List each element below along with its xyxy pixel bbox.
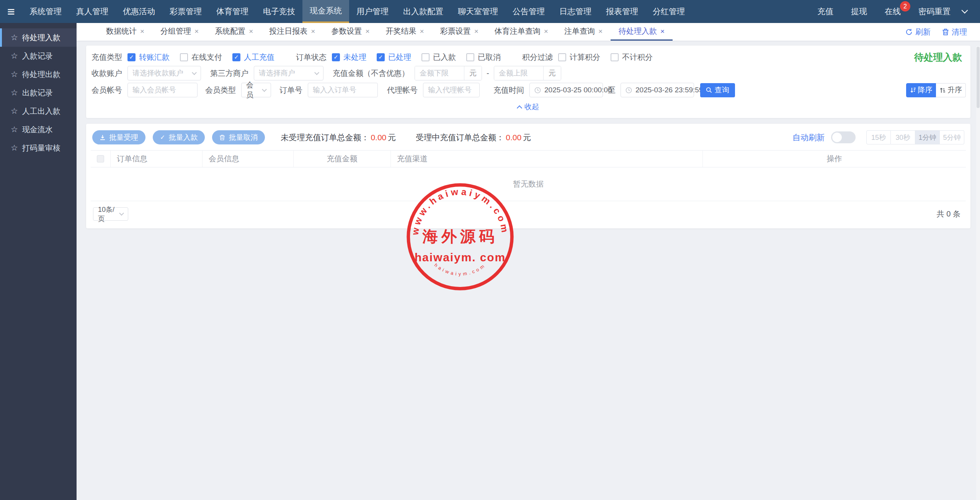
close-icon[interactable]: × [249, 27, 253, 36]
tab-sports-order-query[interactable]: 体育注单查询× [487, 23, 556, 41]
user-dropdown-toggle[interactable] [959, 0, 970, 23]
close-icon[interactable]: × [420, 27, 424, 36]
sidebar-item-cash-flow[interactable]: ☆ 现金流水 [0, 120, 77, 139]
filter-panel: 充值类型 ✓ 转账汇款 在线支付 ✓ 人工充值 订单状态 ✓ 未处理 ✓ 已处理 [86, 46, 970, 118]
close-icon[interactable]: × [365, 27, 369, 36]
third-party-select[interactable]: 请选择商户 [254, 66, 323, 80]
close-icon[interactable]: × [598, 27, 603, 36]
batch-deposit-button[interactable]: ✓ 批量入款 [153, 130, 205, 144]
sidebar-item-deposit-records[interactable]: ☆ 入款记录 [0, 47, 77, 65]
clear-tabs-button[interactable]: 清理 [942, 27, 967, 37]
nav-item-system-management[interactable]: 系统管理 [22, 0, 69, 23]
member-type-select[interactable]: 会员 [241, 83, 271, 97]
sort-asc-button[interactable]: 升序 [936, 83, 966, 97]
sidebar-item-label: 现金流水 [22, 125, 53, 135]
collapse-filters-link[interactable]: 收起 [518, 102, 539, 112]
tab-lottery-settings[interactable]: 彩票设置× [432, 23, 487, 41]
sidebar-item-pending-deposits[interactable]: ☆ 待处理入款 [0, 28, 77, 47]
trash-icon [942, 28, 949, 36]
checkbox-count-points[interactable]: 计算积分 [558, 52, 600, 62]
tab-parameter-settings[interactable]: 参数设置× [323, 23, 377, 41]
chevron-down-icon [962, 7, 968, 14]
checkbox-label: 已取消 [478, 52, 501, 62]
sidebar-item-withdrawal-records[interactable]: ☆ 出款记录 [0, 84, 77, 102]
member-account-input[interactable] [127, 83, 198, 97]
scrollbar-thumb[interactable] [977, 47, 980, 108]
close-icon[interactable]: × [474, 27, 479, 36]
end-time-picker[interactable]: 2025-03-26 23:59:59 [621, 83, 694, 97]
close-icon[interactable]: × [194, 27, 199, 36]
close-icon[interactable]: × [140, 27, 144, 36]
download-icon [100, 134, 106, 141]
payee-account-select[interactable]: 请选择收款账户 [127, 66, 201, 80]
checkbox-deposited[interactable]: 已入款 [421, 52, 456, 62]
unaccepted-total-label: 未受理充值订单总金额： [281, 133, 369, 142]
nav-item-inout-config[interactable]: 出入款配置 [396, 0, 451, 23]
amount-label: 充值金额（不含优惠） [333, 68, 409, 79]
tab-system-config[interactable]: 系统配置× [207, 23, 261, 41]
order-no-input[interactable] [308, 83, 378, 97]
nav-online-button[interactable]: 在线 2 [876, 0, 910, 23]
nav-item-user-management[interactable]: 用户管理 [349, 0, 396, 23]
interval-1min-button[interactable]: 1分钟 [915, 130, 940, 144]
checkbox-transfer-remittance[interactable]: ✓ 转账汇款 [127, 52, 170, 62]
nav-recharge-button[interactable]: 充值 [808, 0, 842, 23]
amount-min-input[interactable] [415, 66, 464, 80]
checkbox-manual-recharge[interactable]: ✓ 人工充值 [232, 52, 274, 62]
sidebar-item-pending-withdrawals[interactable]: ☆ 待处理出款 [0, 65, 77, 84]
nav-withdraw-button[interactable]: 提现 [842, 0, 876, 23]
checkbox-cancelled[interactable]: 已取消 [466, 52, 501, 62]
close-icon[interactable]: × [311, 27, 315, 36]
tab-bet-daily-report[interactable]: 投注日报表× [261, 23, 323, 41]
tab-pending-deposits[interactable]: 待处理入款× [611, 23, 673, 41]
nav-item-promotions[interactable]: 优惠活动 [116, 0, 162, 23]
nav-item-announcement-management[interactable]: 公告管理 [505, 0, 552, 23]
checkbox-online-payment[interactable]: 在线支付 [180, 52, 222, 62]
nav-item-chatroom-management[interactable]: 聊天室管理 [451, 0, 505, 23]
tab-data-statistics[interactable]: 数据统计× [98, 23, 152, 41]
batch-cancel-button[interactable]: 批量取消 [212, 130, 265, 144]
checkbox-icon [611, 53, 619, 61]
nav-item-live-management[interactable]: 真人管理 [69, 0, 116, 23]
amount-max-input[interactable] [494, 66, 543, 80]
select-placeholder: 请选择商户 [259, 68, 311, 78]
chevron-down-icon [314, 70, 319, 75]
hamburger-menu-icon[interactable]: ≡ [0, 0, 22, 23]
batch-accept-button[interactable]: 批量受理 [92, 130, 145, 144]
interval-15s-button[interactable]: 15秒 [866, 130, 891, 144]
member-account-label: 会员帐号 [91, 85, 122, 95]
check-icon: ✓ [333, 54, 338, 61]
recharge-time-label: 充值时间 [493, 85, 524, 95]
interval-5min-button[interactable]: 5分钟 [940, 130, 964, 144]
nav-item-sports-management[interactable]: 体育管理 [209, 0, 256, 23]
close-icon[interactable]: × [660, 27, 665, 36]
close-icon[interactable]: × [544, 27, 548, 36]
nav-item-lottery-management[interactable]: 彩票管理 [162, 0, 209, 23]
auto-refresh-toggle[interactable] [831, 131, 856, 143]
refresh-button[interactable]: 刷新 [905, 27, 931, 37]
sidebar-item-wager-audit[interactable]: ☆ 打码量审核 [0, 139, 77, 157]
sort-desc-button[interactable]: 降序 [906, 83, 936, 97]
nav-item-dividend-management[interactable]: 分红管理 [645, 0, 692, 23]
start-time-picker[interactable]: 2025-03-25 00:00:00 [529, 83, 603, 97]
sidebar-item-manual-inout[interactable]: ☆ 人工出入款 [0, 102, 77, 120]
agent-account-input[interactable] [423, 83, 480, 97]
nav-item-report-management[interactable]: 报表管理 [599, 0, 645, 23]
nav-password-reset-button[interactable]: 密码重置 [910, 0, 959, 23]
page-size-select[interactable]: 10条/页 [93, 207, 128, 221]
checkbox-unprocessed[interactable]: ✓ 未处理 [332, 52, 366, 62]
vertical-scrollbar[interactable] [976, 46, 980, 500]
search-button[interactable]: 查询 [700, 83, 735, 97]
tab-group-management[interactable]: 分组管理× [152, 23, 207, 41]
nav-item-log-management[interactable]: 日志管理 [552, 0, 599, 23]
select-all-checkbox[interactable] [97, 155, 104, 162]
interval-30s-button[interactable]: 30秒 [891, 130, 915, 144]
tab-order-query[interactable]: 注单查询× [556, 23, 611, 41]
tab-draw-results[interactable]: 开奖结果× [378, 23, 432, 41]
col-recharge-amount: 充值金额 [294, 151, 391, 167]
checkbox-processed[interactable]: ✓ 已处理 [377, 52, 411, 62]
nav-item-esports[interactable]: 电子竞技 [256, 0, 302, 23]
nav-item-cash-system[interactable]: 现金系统 [302, 0, 349, 23]
navbar-right: 充值 提现 在线 2 密码重置 [808, 0, 980, 23]
checkbox-no-points[interactable]: 不计积分 [611, 52, 653, 62]
